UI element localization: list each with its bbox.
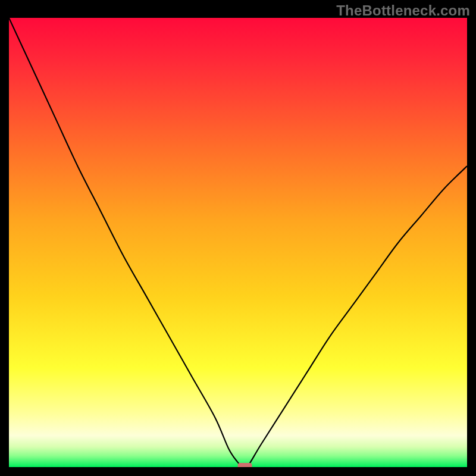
plot-svg xyxy=(9,18,467,467)
watermark-label: TheBottleneck.com xyxy=(336,2,470,19)
optimum-marker xyxy=(238,463,252,467)
chart-frame: TheBottleneck.com xyxy=(0,0,476,476)
plot-area xyxy=(9,18,467,467)
